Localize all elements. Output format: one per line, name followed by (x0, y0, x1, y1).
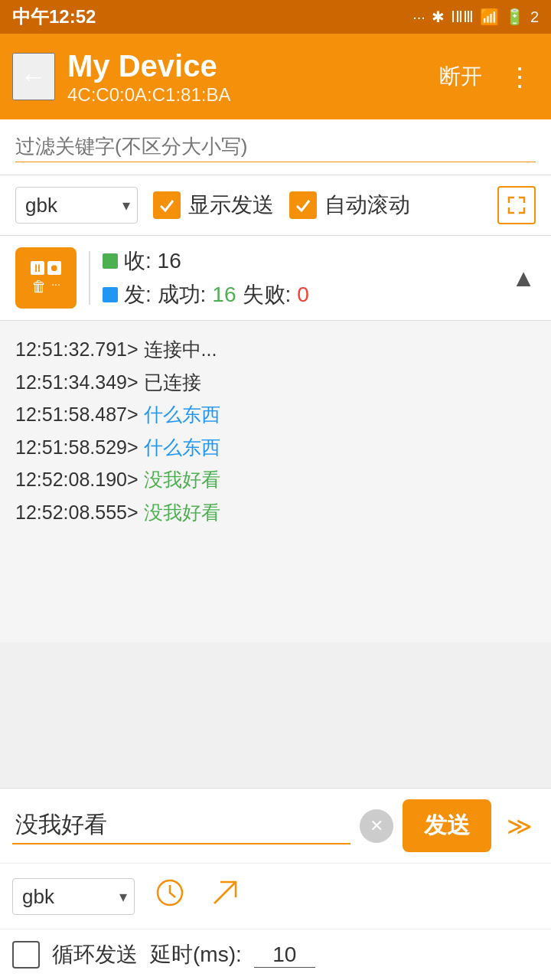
log-message: 没我好看 (139, 501, 220, 523)
battery-level: 2 (530, 8, 539, 26)
log-area: 12:51:32.791> 连接中...12:51:34.349> 已连接12:… (0, 321, 551, 642)
stats-icon-block[interactable]: ⏸ ⏺ 🗑 ··· (15, 247, 77, 309)
log-line: 12:51:32.791> 连接中... (15, 333, 536, 366)
bottom-section: ✕ 发送 ≫ gbk utf-8 ascii 循环发送 (0, 788, 551, 980)
log-line: 12:51:58.529> 什么东西 (15, 431, 536, 464)
recv-stat-line: 收: 16 (103, 247, 499, 276)
expand-down-button[interactable]: ≫ (500, 805, 539, 847)
log-timestamp: 12:51:32.791> (15, 338, 139, 360)
log-line: 12:52:08.190> 没我好看 (15, 463, 536, 496)
auto-scroll-checkbox[interactable] (289, 191, 317, 219)
send-fail-count: 0 (297, 283, 309, 307)
encoding-select[interactable]: gbk utf-8 ascii (15, 187, 138, 224)
loop-send-checkbox[interactable] (12, 941, 40, 969)
loop-send-label: 循环发送 (52, 940, 138, 969)
show-send-checkbox[interactable] (153, 191, 181, 219)
loop-row: 循环发送 延时(ms): (0, 929, 551, 980)
clear-input-button[interactable]: ✕ (360, 809, 393, 843)
clock-icon (155, 877, 185, 908)
stats-numbers: 收: 16 发: 成功: 16 失败: 0 (103, 247, 499, 309)
expand-icon (506, 194, 527, 216)
device-address: 4C:C0:0A:C1:81:BA (67, 84, 421, 106)
device-info: My Device 4C:C0:0A:C1:81:BA (67, 47, 421, 106)
stats-row: ⏸ ⏺ 🗑 ··· 收: 16 发: 成功: 16 失败: 0 ▲ (0, 236, 551, 321)
battery-icon: 🔋 (505, 8, 524, 26)
status-bar: 中午12:52 ··· ✱ ⅠⅡⅢ 📶 🔋 2 (0, 0, 551, 34)
header: ← My Device 4C:C0:0A:C1:81:BA 断开 ⋮ (0, 34, 551, 119)
svg-line-1 (214, 882, 236, 903)
controls-row: gbk utf-8 ascii 显示发送 自动滚动 (0, 175, 551, 236)
auto-scroll-group: 自动滚动 (289, 191, 410, 220)
message-input[interactable] (12, 808, 350, 844)
status-icons: ··· ✱ ⅠⅡⅢ 📶 🔋 2 (412, 8, 539, 26)
recv-stat-text: 收: 16 (124, 247, 181, 276)
show-send-label: 显示发送 (188, 191, 274, 220)
signal-bars-icon: ⅠⅡⅢ (451, 8, 474, 26)
more-menu-button[interactable]: ⋮ (500, 55, 539, 98)
encoding-select-wrapper: gbk utf-8 ascii (15, 187, 138, 224)
checkmark-icon (158, 197, 175, 214)
send-button[interactable]: 发送 (403, 799, 491, 852)
expand-button[interactable] (497, 186, 536, 224)
log-timestamp: 12:52:08.190> (15, 469, 139, 490)
log-line: 12:52:08.555> 没我好看 (15, 496, 536, 529)
log-message: 连接中... (139, 338, 217, 360)
checkmark-icon2 (295, 197, 311, 214)
input-row: ✕ 发送 ≫ (0, 789, 551, 864)
header-actions: 断开 ⋮ (433, 55, 539, 98)
status-time: 中午12:52 (12, 5, 96, 29)
dots-icon: ··· (51, 278, 60, 296)
log-timestamp: 12:52:08.555> (15, 501, 139, 523)
send-label-prefix: 发: 成功: (124, 280, 206, 309)
send-fail-prefix: 失败: (243, 280, 292, 309)
delay-input[interactable] (254, 942, 315, 968)
log-message: 没我好看 (139, 469, 220, 490)
disconnect-button[interactable]: 断开 (433, 56, 488, 97)
send-indicator (103, 287, 118, 302)
send-history-button[interactable] (205, 873, 245, 920)
delay-label: 延时(ms): (150, 940, 242, 969)
wifi-icon: 📶 (480, 8, 499, 26)
log-timestamp: 12:51:34.349> (15, 371, 139, 393)
log-message: 什么东西 (139, 436, 220, 458)
device-name: My Device (67, 47, 421, 84)
clear-icons: 🗑 ··· (31, 278, 60, 296)
send-success-count: 16 (212, 283, 236, 307)
log-line: 12:51:34.349> 已连接 (15, 366, 536, 399)
filter-bar (0, 119, 551, 175)
auto-scroll-label: 自动滚动 (324, 191, 410, 220)
filter-input[interactable] (15, 132, 536, 162)
tools-row: gbk utf-8 ascii (0, 864, 551, 929)
pause-icon: ⏸ (31, 261, 44, 275)
log-line: 12:51:58.487> 什么东西 (15, 398, 536, 431)
bottom-encoding-select[interactable]: gbk utf-8 ascii (12, 878, 135, 915)
show-send-group: 显示发送 (153, 191, 274, 220)
signal-dots-icon: ··· (412, 8, 425, 26)
trash-icon: 🗑 (31, 278, 47, 296)
pause-record-icons: ⏸ ⏺ (31, 261, 61, 275)
send-stat-line: 发: 成功: 16 失败: 0 (103, 280, 499, 309)
log-message: 已连接 (139, 371, 201, 393)
log-timestamp: 12:51:58.529> (15, 436, 139, 458)
vertical-divider (89, 251, 90, 305)
collapse-button[interactable]: ▲ (511, 264, 536, 292)
history-button[interactable] (150, 873, 190, 920)
bluetooth-icon: ✱ (432, 8, 445, 26)
log-message: 什么东西 (139, 403, 220, 425)
record-icon: ⏺ (47, 261, 61, 275)
bottom-encoding-wrapper: gbk utf-8 ascii (12, 878, 135, 915)
send-icon (210, 877, 240, 908)
recv-indicator (103, 253, 118, 269)
back-button[interactable]: ← (12, 53, 55, 100)
log-timestamp: 12:51:58.487> (15, 403, 139, 425)
